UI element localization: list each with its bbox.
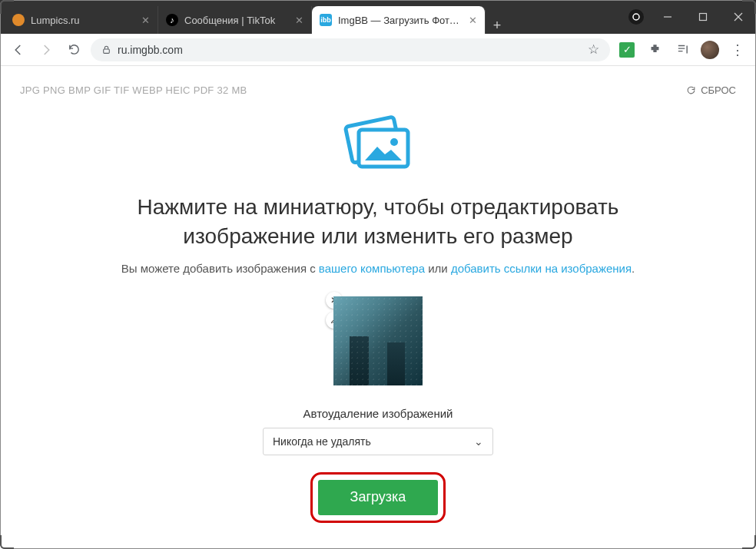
- media-control-icon[interactable]: [628, 9, 644, 25]
- reading-list-icon[interactable]: [671, 39, 693, 61]
- forward-button[interactable]: [35, 39, 57, 61]
- tab-label: Lumpics.ru: [31, 15, 137, 26]
- tab-tiktok[interactable]: ♪ Сообщения | TikTok ✕: [158, 6, 312, 34]
- heading-line: изображение или изменить его размер: [183, 224, 572, 248]
- page-heading: Нажмите на миниатюру, чтобы отредактиров…: [20, 193, 736, 251]
- select-value: Никогда не удалять: [273, 435, 371, 448]
- lock-icon: [101, 45, 111, 55]
- reset-label: СБРОС: [701, 84, 736, 96]
- browser-tabs: Lumpics.ru ✕ ♪ Сообщения | TikTok ✕ ibb …: [0, 0, 624, 34]
- page-content: JPG PNG BMP GIF TIF WEBP HEIC PDF 32 MB …: [0, 66, 756, 523]
- url-text: ru.imgbb.com: [118, 44, 183, 56]
- heading-line: Нажмите на миниатюру, чтобы отредактиров…: [138, 195, 619, 219]
- svg-rect-2: [700, 14, 707, 21]
- svg-rect-5: [104, 49, 110, 53]
- extension-check[interactable]: ✓: [616, 39, 638, 61]
- favicon-tiktok: ♪: [166, 14, 178, 26]
- svg-point-0: [633, 14, 639, 20]
- reload-button[interactable]: [63, 39, 85, 61]
- lead-text: Вы можете добавить изображения с вашего …: [20, 262, 736, 275]
- favicon-lumpics: [12, 14, 25, 26]
- browser-toolbar: ru.imgbb.com ☆ ✓ ⋮: [0, 34, 756, 66]
- chevron-down-icon: ⌄: [474, 435, 483, 448]
- back-button[interactable]: [8, 39, 29, 61]
- upload-highlight: Загрузка: [310, 472, 446, 523]
- lead-fragment: .: [632, 262, 635, 275]
- new-tab-button[interactable]: +: [486, 18, 509, 34]
- svg-rect-7: [359, 130, 408, 167]
- svg-point-8: [390, 138, 398, 146]
- tab-label: ImgBB — Загрузить Фото — X: [338, 15, 464, 26]
- close-icon[interactable]: ✕: [141, 15, 150, 26]
- window-titlebar: Lumpics.ru ✕ ♪ Сообщения | TikTok ✕ ibb …: [0, 0, 756, 34]
- autodelete-label: Автоудаление изображений: [20, 407, 736, 420]
- upload-button[interactable]: Загрузка: [318, 480, 438, 515]
- profile-avatar[interactable]: [699, 39, 721, 61]
- image-thumbnail[interactable]: ✕: [333, 296, 423, 385]
- tab-imgbb[interactable]: ibb ImgBB — Загрузить Фото — X ✕: [312, 6, 486, 34]
- refresh-icon: [686, 85, 696, 95]
- add-urls-link[interactable]: добавить ссылки на изображения: [451, 262, 632, 275]
- supported-formats: JPG PNG BMP GIF TIF WEBP HEIC PDF 32 MB: [20, 84, 736, 96]
- imgbb-logo-icon: [336, 110, 420, 182]
- extensions-icon[interactable]: [644, 39, 665, 61]
- window-controls: [650, 0, 756, 34]
- reset-button[interactable]: СБРОС: [686, 84, 736, 96]
- favicon-imgbb: ibb: [320, 14, 332, 26]
- minimize-button[interactable]: [650, 0, 685, 34]
- thumbnail-image: [333, 296, 423, 385]
- star-icon[interactable]: ☆: [588, 41, 599, 58]
- autodelete-select[interactable]: Никогда не удалять ⌄: [263, 428, 493, 455]
- maximize-button[interactable]: [685, 0, 721, 34]
- close-icon[interactable]: ✕: [295, 15, 303, 26]
- close-icon[interactable]: ✕: [469, 15, 477, 26]
- tab-lumpics[interactable]: Lumpics.ru ✕: [5, 6, 158, 34]
- menu-button[interactable]: ⋮: [727, 39, 748, 61]
- tab-label: Сообщения | TikTok: [184, 15, 290, 26]
- close-button[interactable]: [721, 0, 756, 34]
- lead-fragment: Вы можете добавить изображения с: [121, 262, 319, 275]
- lead-fragment: или: [425, 262, 451, 275]
- address-bar[interactable]: ru.imgbb.com ☆: [91, 38, 610, 61]
- from-computer-link[interactable]: вашего компьютера: [319, 262, 425, 275]
